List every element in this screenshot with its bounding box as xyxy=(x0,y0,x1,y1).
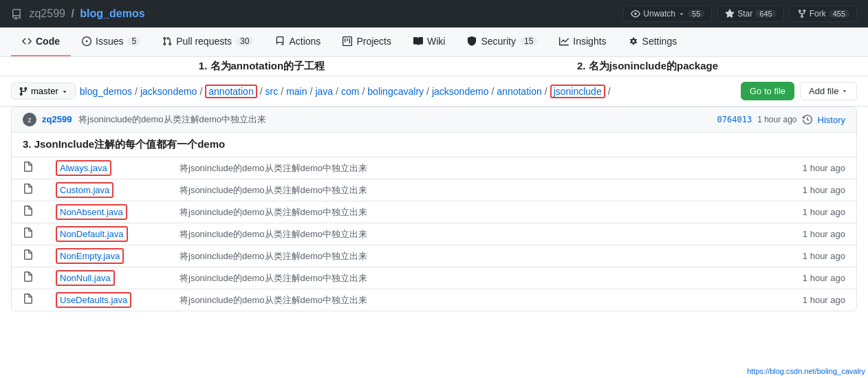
breadcrumb-jacksondemo2[interactable]: jacksondemo xyxy=(432,86,489,97)
file-icon xyxy=(23,184,34,194)
tab-security-label: Security xyxy=(481,36,516,47)
file-name[interactable]: NonNull.java xyxy=(45,267,169,289)
file-time: 1 hour ago xyxy=(694,267,856,289)
file-icon xyxy=(23,162,34,173)
fork-button[interactable]: Fork 455 xyxy=(790,5,857,22)
file-name[interactable]: UseDefaults.java xyxy=(45,289,169,311)
branch-name: master xyxy=(31,86,58,96)
fork-count: 455 xyxy=(829,10,849,18)
annotation-1: 1. 名为annotation的子工程 xyxy=(28,60,455,73)
star-count: 645 xyxy=(755,10,776,18)
commit-message: 将jsoninclude的demo从类注解demo中独立出来 xyxy=(78,114,266,124)
tab-wiki[interactable]: Wiki xyxy=(402,27,456,56)
repo-name-label[interactable]: blog_demos xyxy=(80,8,144,19)
file-time: 1 hour ago xyxy=(694,201,856,223)
annotation-2: 2. 名为jsoninclude的package xyxy=(455,60,840,73)
commit-username[interactable]: zq2599 xyxy=(42,114,72,124)
table-row: NonAbsent.java 将jsoninclude的demo从类注解demo… xyxy=(12,201,856,223)
breadcrumb-bolingcavalry[interactable]: bolingcavalry xyxy=(367,86,424,97)
unwatch-label: Unwatch xyxy=(643,9,675,19)
tab-issues[interactable]: Issues 5 xyxy=(71,27,151,56)
tab-settings[interactable]: Settings xyxy=(618,27,688,56)
file-time: 1 hour ago xyxy=(694,157,856,179)
commit-bar: z zq2599 将jsoninclude的demo从类注解demo中独立出来 … xyxy=(12,107,856,133)
breadcrumb-com[interactable]: com xyxy=(341,86,359,97)
file-icon xyxy=(23,249,34,260)
tab-issues-label: Issues xyxy=(96,36,123,47)
file-icon xyxy=(23,293,34,304)
unwatch-button[interactable]: Unwatch 55 xyxy=(623,5,712,22)
file-commit-msg: 将jsoninclude的demo从类注解demo中独立出来 xyxy=(169,179,694,201)
file-list: Always.java 将jsoninclude的demo从类注解demo中独立… xyxy=(12,157,856,311)
file-icon xyxy=(23,271,34,282)
annotation3-label: 3. JsonInclude注解的每个值都有一个demo xyxy=(23,138,225,150)
tab-projects[interactable]: Projects xyxy=(332,27,402,56)
repo-title: zq2599 / blog_demos xyxy=(11,8,145,20)
avatar: z xyxy=(23,113,36,126)
commit-info: zq2599 将jsoninclude的demo从类注解demo中独立出来 xyxy=(42,113,712,126)
commit-meta: 0764013 1 hour ago History xyxy=(717,115,845,125)
file-commit-msg: 将jsoninclude的demo从类注解demo中独立出来 xyxy=(169,289,694,311)
file-icon-cell xyxy=(12,289,45,311)
tab-code[interactable]: Code xyxy=(11,27,71,56)
tab-pull-requests[interactable]: Pull requests 30 xyxy=(151,27,264,56)
tab-code-label: Code xyxy=(36,36,60,47)
breadcrumb-path: blog_demos / jacksondemo / annotation / … xyxy=(80,85,737,98)
tab-insights[interactable]: Insights xyxy=(548,27,617,56)
breadcrumb-actions: Go to file Add file xyxy=(741,82,857,100)
file-commit-msg: 将jsoninclude的demo从类注解demo中独立出来 xyxy=(169,201,694,223)
file-name[interactable]: Custom.java xyxy=(45,179,169,201)
security-badge: 15 xyxy=(520,36,537,46)
file-commit-msg: 将jsoninclude的demo从类注解demo中独立出来 xyxy=(169,245,694,267)
breadcrumb-annotation[interactable]: annotation xyxy=(205,85,257,98)
breadcrumb-java[interactable]: java xyxy=(315,86,333,97)
branch-selector[interactable]: master xyxy=(11,82,76,100)
annotation-row: 1. 名为annotation的子工程 2. 名为jsoninclude的pac… xyxy=(0,57,868,76)
commit-hash[interactable]: 0764013 xyxy=(717,115,752,124)
breadcrumb-blog-demos[interactable]: blog_demos xyxy=(80,86,132,97)
file-name[interactable]: NonAbsent.java xyxy=(45,201,169,223)
table-row: NonNull.java 将jsoninclude的demo从类注解demo中独… xyxy=(12,267,856,289)
table-row: UseDefaults.java 将jsoninclude的demo从类注解de… xyxy=(12,289,856,311)
add-file-button[interactable]: Add file xyxy=(800,82,857,100)
file-icon xyxy=(23,205,34,216)
file-icon xyxy=(23,227,34,238)
breadcrumb-jsoninclude[interactable]: jsoninclude xyxy=(550,85,605,98)
file-commit-msg: 将jsoninclude的demo从类注解demo中独立出来 xyxy=(169,223,694,245)
file-icon-cell xyxy=(12,201,45,223)
content-area: z zq2599 将jsoninclude的demo从类注解demo中独立出来 … xyxy=(11,107,857,311)
file-name[interactable]: NonDefault.java xyxy=(45,223,169,245)
tab-insights-label: Insights xyxy=(573,36,606,47)
file-name[interactable]: NonEmpty.java xyxy=(45,245,169,267)
file-icon-cell xyxy=(12,267,45,289)
breadcrumb-main[interactable]: main xyxy=(286,86,307,97)
breadcrumb-src[interactable]: src xyxy=(265,86,279,97)
tab-security[interactable]: Security 15 xyxy=(456,27,548,56)
file-commit-msg: 将jsoninclude的demo从类注解demo中独立出来 xyxy=(169,267,694,289)
history-link[interactable]: History xyxy=(818,115,845,125)
table-row: Custom.java 将jsoninclude的demo从类注解demo中独立… xyxy=(12,179,856,201)
file-icon-cell xyxy=(12,157,45,179)
history-icon xyxy=(803,115,812,124)
top-bar: zq2599 / blog_demos Unwatch 55 Star 645 … xyxy=(0,0,868,27)
tab-settings-label: Settings xyxy=(642,36,677,47)
pr-badge: 30 xyxy=(236,36,253,46)
table-row: NonEmpty.java 将jsoninclude的demo从类注解demo中… xyxy=(12,245,856,267)
annotation3-row: 3. JsonInclude注解的每个值都有一个demo xyxy=(12,133,856,157)
file-commit-msg: 将jsoninclude的demo从类注解demo中独立出来 xyxy=(169,157,694,179)
file-name[interactable]: Always.java xyxy=(45,157,169,179)
fork-label: Fork xyxy=(810,9,826,19)
file-time: 1 hour ago xyxy=(694,245,856,267)
star-button[interactable]: Star 645 xyxy=(717,5,783,22)
owner-label[interactable]: zq2599 xyxy=(29,8,65,19)
file-icon-cell xyxy=(12,245,45,267)
breadcrumb-annotation2[interactable]: annotation xyxy=(497,86,541,97)
commit-time: 1 hour ago xyxy=(757,115,796,124)
breadcrumb-jacksondemo[interactable]: jacksondemo xyxy=(140,86,197,97)
go-to-file-button[interactable]: Go to file xyxy=(741,82,794,100)
breadcrumb-bar: master blog_demos / jacksondemo / annota… xyxy=(0,76,868,107)
file-time: 1 hour ago xyxy=(694,223,856,245)
file-icon-cell xyxy=(12,223,45,245)
tab-pr-label: Pull requests xyxy=(176,36,232,47)
tab-actions[interactable]: Actions xyxy=(264,27,332,56)
